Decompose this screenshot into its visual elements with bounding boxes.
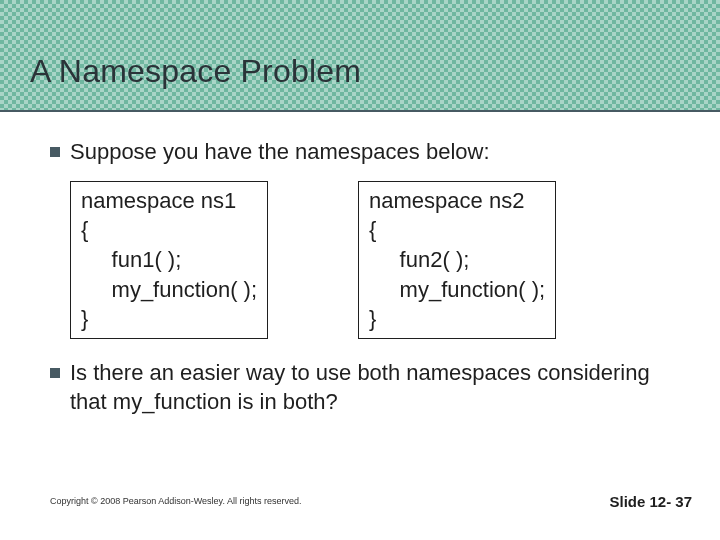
code-box-ns1: namespace ns1 { fun1( ); my_function( );… — [70, 181, 268, 339]
bullet-square-icon — [50, 147, 60, 157]
slide: A Namespace Problem Suppose you have the… — [0, 0, 720, 540]
copyright-text: Copyright © 2008 Pearson Addison-Wesley.… — [50, 496, 301, 506]
bullet-item-1: Suppose you have the namespaces below: — [70, 138, 680, 167]
code-box-ns2: namespace ns2 { fun2( ); my_function( );… — [358, 181, 556, 339]
bullet-text-2: Is there an easier way to use both names… — [70, 359, 680, 416]
slide-title: A Namespace Problem — [30, 53, 361, 90]
bullet-item-2: Is there an easier way to use both names… — [70, 359, 680, 416]
slide-number: Slide 12- 37 — [609, 493, 692, 510]
bullet-text-1: Suppose you have the namespaces below: — [70, 138, 680, 167]
bullet-square-icon — [50, 368, 60, 378]
code-box-row: namespace ns1 { fun1( ); my_function( );… — [70, 181, 680, 339]
slide-body: Suppose you have the namespaces below: n… — [0, 112, 720, 416]
slide-header: A Namespace Problem — [0, 0, 720, 112]
